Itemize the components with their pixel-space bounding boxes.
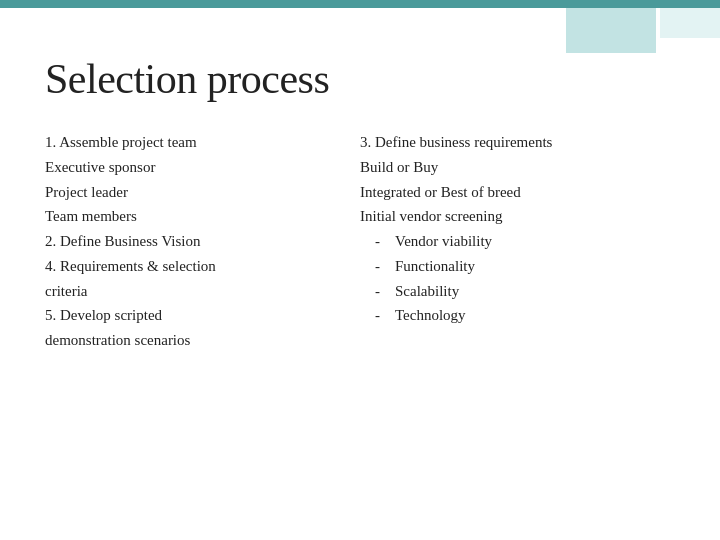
top-bar-decoration xyxy=(0,0,720,8)
right-bullet-2: - Functionality xyxy=(360,254,690,279)
left-item-5: 2. Define Business Vision xyxy=(45,229,310,254)
slide-title: Selection process xyxy=(45,55,329,103)
left-column: 1. Assemble project team Executive spons… xyxy=(0,130,330,353)
left-item-4: Team members xyxy=(45,204,310,229)
right-item-1: 3. Define business requirements xyxy=(360,130,690,155)
left-item-6: 4. Requirements & selection xyxy=(45,254,310,279)
top-right-decoration xyxy=(566,8,720,53)
slide-container: Selection process 1. Assemble project te… xyxy=(0,0,720,540)
bullet-text-1: Vendor viability xyxy=(395,229,492,254)
right-bullet-4: - Technology xyxy=(360,303,690,328)
bullet-text-4: Technology xyxy=(395,303,466,328)
right-item-4: Initial vendor screening xyxy=(360,204,690,229)
deco-rect-2 xyxy=(660,8,720,38)
right-item-3: Integrated or Best of breed xyxy=(360,180,690,205)
right-column: 3. Define business requirements Build or… xyxy=(330,130,720,353)
content-area: 1. Assemble project team Executive spons… xyxy=(0,130,720,353)
right-bullet-1: - Vendor viability xyxy=(360,229,690,254)
bullet-dash-3: - xyxy=(375,279,387,304)
bullet-text-3: Scalability xyxy=(395,279,459,304)
deco-rect-1 xyxy=(566,8,656,53)
left-column-text: 1. Assemble project team Executive spons… xyxy=(45,130,310,353)
left-item-7: 5. Develop scripted xyxy=(45,303,310,328)
bullet-dash-2: - xyxy=(375,254,387,279)
bullet-dash-4: - xyxy=(375,303,387,328)
left-item-1: 1. Assemble project team xyxy=(45,130,310,155)
right-bullet-3: - Scalability xyxy=(360,279,690,304)
left-item-7b: demonstration scenarios xyxy=(45,328,310,353)
left-item-3: Project leader xyxy=(45,180,310,205)
bullet-dash-1: - xyxy=(375,229,387,254)
right-column-text: 3. Define business requirements Build or… xyxy=(360,130,690,328)
bullet-text-2: Functionality xyxy=(395,254,475,279)
left-item-6b: criteria xyxy=(45,279,310,304)
left-item-2: Executive sponsor xyxy=(45,155,310,180)
right-item-2: Build or Buy xyxy=(360,155,690,180)
